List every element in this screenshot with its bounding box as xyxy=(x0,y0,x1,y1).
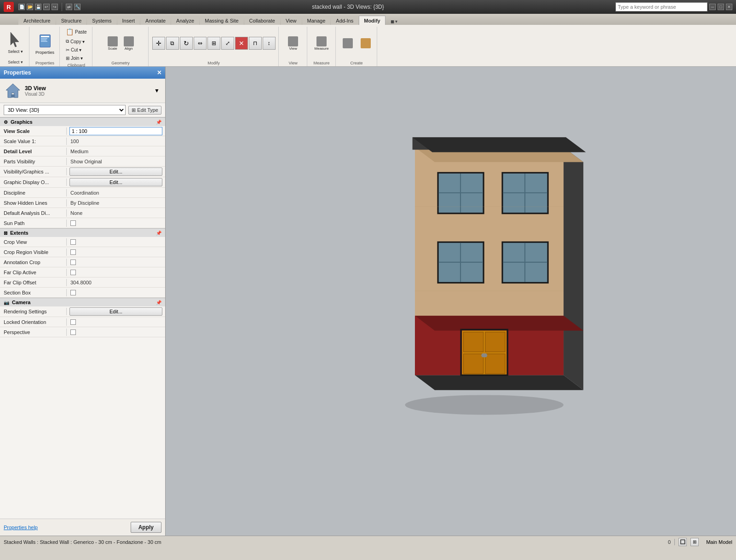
modify-tool-btn[interactable]: Select ▾ xyxy=(6,29,25,56)
ribbon-tabs: Architecture Structure Systems Insert An… xyxy=(0,14,736,25)
view-btn[interactable]: View xyxy=(285,32,301,55)
prop-perspective: Perspective xyxy=(0,327,165,337)
svg-marker-0 xyxy=(11,32,19,47)
offset-btn[interactable]: ↕ xyxy=(263,37,276,50)
select-dropdown[interactable]: Select ▾ xyxy=(8,59,23,64)
geometry-btn2[interactable]: Align xyxy=(121,32,136,55)
camera-section-header[interactable]: 📷 Camera 📌 xyxy=(0,298,165,306)
select-label: Select ▾ xyxy=(8,60,23,64)
modify-group-content: ✛ ⧉ ↻ ⇔ ⊞ ⤢ ✕ ⊓ ↕ xyxy=(152,27,276,60)
camera-section-pin[interactable]: 📌 xyxy=(156,300,161,305)
locked-orientation-checkbox[interactable] xyxy=(70,319,76,325)
far-clip-active-checkbox[interactable] xyxy=(70,270,76,275)
join-btn[interactable]: ⊞ Join ▾ xyxy=(63,54,85,62)
properties-icon xyxy=(38,32,52,50)
tab-options[interactable]: ◼ ▾ xyxy=(388,18,401,25)
properties-btn[interactable]: Properties xyxy=(33,29,57,57)
perspective-checkbox[interactable] xyxy=(70,329,76,335)
ribbon-group-create: Create xyxy=(337,27,377,66)
tab-addins[interactable]: Add-Ins xyxy=(331,16,358,25)
paste-btn[interactable]: 📋 Paste xyxy=(63,27,89,37)
measure-icon xyxy=(316,36,327,46)
tab-structure[interactable]: Structure xyxy=(56,16,87,25)
status-btn-2[interactable]: ⊞ xyxy=(690,538,699,546)
measure-btn[interactable]: Measure xyxy=(312,32,331,55)
prop-val-scale-value: 100 xyxy=(67,138,165,145)
tab-manage[interactable]: Manage xyxy=(302,16,331,25)
extents-section-header[interactable]: ⊠ Extents 📌 xyxy=(0,228,165,237)
properties-title: Properties xyxy=(4,69,31,76)
crop-view-checkbox[interactable] xyxy=(70,239,76,245)
rotate-btn[interactable]: ↻ xyxy=(180,37,193,50)
prop-val-detail-level[interactable]: Medium xyxy=(67,148,165,155)
prop-name-crop-view: Crop View xyxy=(0,238,67,246)
extents-section-pin[interactable]: 📌 xyxy=(156,231,161,236)
open-btn[interactable]: 📂 xyxy=(27,4,33,10)
paste-icon: 📋 xyxy=(66,28,74,35)
tab-collaborate[interactable]: Collaborate xyxy=(244,16,280,25)
model-text: Main Model xyxy=(706,539,732,545)
status-btn-1[interactable]: 🔲 xyxy=(678,538,687,546)
sun-path-checkbox[interactable] xyxy=(70,220,76,226)
tools-btn[interactable]: 🔧 xyxy=(74,4,80,10)
new-btn[interactable]: 📄 xyxy=(18,4,25,10)
undo-btn[interactable]: ↩ xyxy=(43,4,50,10)
tab-architecture[interactable]: Architecture xyxy=(18,16,56,25)
prop-val-default-analysis: None xyxy=(67,209,165,217)
section-box-checkbox[interactable] xyxy=(70,290,76,295)
redo-btn[interactable]: ↪ xyxy=(52,4,58,10)
ribbon-group-select: Select ▾ Select ▾ xyxy=(2,27,29,66)
crop-region-checkbox[interactable] xyxy=(70,249,76,255)
save-btn[interactable]: 💾 xyxy=(35,4,41,10)
tab-massing[interactable]: Massing & Site xyxy=(200,16,243,25)
tab-systems[interactable]: Systems xyxy=(87,16,116,25)
split-btn[interactable]: ✕ xyxy=(235,37,248,50)
visibility-graphics-btn[interactable]: Edit... xyxy=(69,167,162,176)
prop-detail-level: Detail Level Medium xyxy=(0,146,165,156)
search-input[interactable] xyxy=(615,2,707,12)
graphic-display-btn[interactable]: Edit... xyxy=(69,178,162,186)
annotation-crop-checkbox[interactable] xyxy=(70,260,76,265)
tab-insert[interactable]: Insert xyxy=(117,16,140,25)
create-btn1[interactable] xyxy=(339,32,356,55)
create-btn2[interactable] xyxy=(357,32,374,55)
prop-section-box: Section Box xyxy=(0,288,165,298)
edit-type-btn[interactable]: ⊞ Edit Type xyxy=(128,106,161,115)
resize-btn[interactable]: ⤢ xyxy=(221,37,234,50)
revit-logo[interactable]: R xyxy=(4,2,14,12)
properties-close-btn[interactable]: × xyxy=(157,69,161,77)
cut-btn[interactable]: ✂ Cut ▾ xyxy=(63,46,84,54)
apply-button[interactable]: Apply xyxy=(131,522,161,533)
window-maximize-btn[interactable]: □ xyxy=(718,4,724,10)
window-close-btn[interactable]: ✕ xyxy=(726,4,732,10)
copy-btn[interactable]: ⧉ Copy ▾ xyxy=(63,37,87,46)
trim-btn[interactable]: ⊓ xyxy=(249,37,262,50)
view-select[interactable]: 3D View: {3D} xyxy=(4,105,126,115)
clipboard-group-content: 📋 Paste ⧉ Copy ▾ ✂ Cut ▾ ⊞ Join ▾ xyxy=(63,27,89,62)
camera-section-icon: 📷 xyxy=(4,300,9,305)
properties-footer: Properties help Apply xyxy=(0,519,165,536)
move-btn[interactable]: ✛ xyxy=(152,37,165,50)
properties-panel-header: Properties × xyxy=(0,67,165,79)
tab-analyze[interactable]: Analyze xyxy=(171,16,199,25)
prop-visibility-graphics: Visibility/Graphics ... Edit... xyxy=(0,167,165,177)
measure-group-content: Measure xyxy=(312,27,331,60)
copy-modify-btn[interactable]: ⧉ xyxy=(166,37,179,50)
properties-help-link[interactable]: Properties help xyxy=(4,525,38,530)
array-btn[interactable]: ⊞ xyxy=(207,37,220,50)
graphics-section-pin[interactable]: 📌 xyxy=(156,120,161,125)
type-dropdown-arrow[interactable]: ▼ xyxy=(152,87,161,95)
tab-annotate[interactable]: Annotate xyxy=(140,16,171,25)
graphics-section-header[interactable]: ⚙ Graphics 📌 xyxy=(0,117,165,126)
svg-rect-2 xyxy=(11,94,15,98)
prop-val-discipline: Coordination xyxy=(67,189,165,196)
tab-view[interactable]: View xyxy=(281,16,302,25)
view-scale-input[interactable] xyxy=(69,127,162,135)
geometry-btn1[interactable]: Scale xyxy=(105,32,120,55)
tab-modify[interactable]: Modify xyxy=(359,16,385,25)
sync-btn[interactable]: ⇄ xyxy=(66,4,72,10)
window-minimize-btn[interactable]: ─ xyxy=(709,4,716,10)
mirror-btn[interactable]: ⇔ xyxy=(194,37,207,50)
modify-label: Select ▾ xyxy=(8,49,23,54)
rendering-settings-btn[interactable]: Edit... xyxy=(69,307,162,316)
